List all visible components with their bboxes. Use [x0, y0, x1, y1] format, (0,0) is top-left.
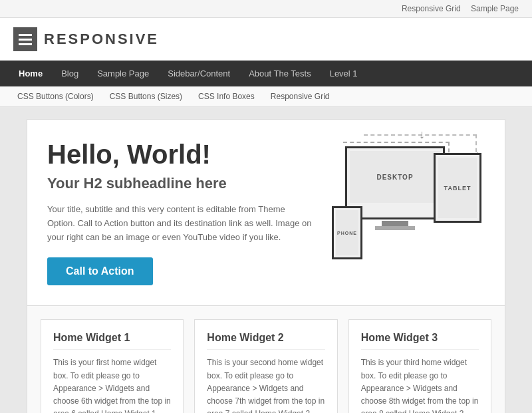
device-illustration: ↓ → DESKTOP TABLET PHONE [325, 140, 485, 259]
phone-screen: PHONE [336, 210, 358, 255]
site-logo: RESPONSIVE [13, 27, 159, 51]
hamburger-line-3 [19, 43, 32, 45]
nav-item-blog[interactable]: Blog [52, 61, 88, 86]
desktop-base [375, 226, 415, 230]
nav-item-sample-page[interactable]: Sample Page [88, 61, 158, 86]
hero-section: Hello, World! Your H2 subheadline here Y… [27, 120, 505, 305]
site-header: RESPONSIVE [0, 18, 532, 61]
tablet-device: TABLET [434, 153, 481, 223]
widget-2-title: Home Widget 2 [207, 332, 325, 350]
hamburger-line-1 [19, 34, 32, 36]
widget-2-body: This is your second home widget box. To … [207, 356, 325, 413]
secondary-nav: CSS Buttons (Colors) CSS Buttons (Sizes)… [0, 86, 532, 107]
subnav-item-css-buttons-sizes[interactable]: CSS Buttons (Sizes) [102, 86, 190, 106]
widget-box-3: Home Widget 3 This is your third home wi… [348, 319, 491, 413]
subnav-item-css-info-boxes[interactable]: CSS Info Boxes [190, 86, 263, 106]
widget-3-body: This is your third home widget box. To e… [361, 356, 479, 413]
top-bar: Responsive Grid Sample Page [0, 0, 532, 18]
widgets-section: Home Widget 1 This is your first home wi… [27, 305, 505, 413]
widget-box-2: Home Widget 2 This is your second home w… [194, 319, 337, 413]
widget-1-title: Home Widget 1 [53, 332, 171, 350]
widget-3-title: Home Widget 3 [361, 332, 479, 350]
primary-nav: Home Blog Sample Page Sidebar/Content Ab… [0, 61, 532, 86]
nav-item-home[interactable]: Home [9, 61, 52, 86]
hero-text: Hello, World! Your H2 subheadline here Y… [47, 140, 312, 285]
hamburger-line-2 [19, 39, 32, 41]
hero-subheadline: Your H2 subheadline here [47, 175, 312, 192]
tablet-screen: TABLET [438, 158, 477, 218]
hero-headline: Hello, World! [47, 140, 312, 170]
subnav-item-css-buttons-colors[interactable]: CSS Buttons (Colors) [9, 86, 102, 106]
desktop-screen: DESKTOP [350, 151, 440, 203]
nav-item-about-tests[interactable]: About The Tests [239, 61, 320, 86]
main-content: Hello, World! Your H2 subheadline here Y… [27, 119, 505, 413]
arrow-down-icon: ↓ [419, 128, 425, 142]
topbar-link-responsive-grid[interactable]: Responsive Grid [402, 4, 461, 13]
cta-button[interactable]: Call to Action [47, 257, 153, 285]
hero-body: Your title, subtitle and this very conte… [47, 203, 312, 244]
subnav-item-responsive-grid[interactable]: Responsive Grid [263, 86, 338, 106]
widget-box-1: Home Widget 1 This is your first home wi… [41, 319, 184, 413]
device-desktop-wrapper: ↓ → DESKTOP TABLET [345, 140, 471, 226]
phone-device: PHONE [332, 206, 362, 259]
site-title: RESPONSIVE [44, 31, 159, 48]
logo-icon [13, 27, 37, 51]
nav-item-level1[interactable]: Level 1 [321, 61, 367, 86]
nav-item-sidebar-content[interactable]: Sidebar/Content [158, 61, 239, 86]
topbar-link-sample-page[interactable]: Sample Page [471, 4, 519, 13]
widget-1-body: This is your first home widget box. To e… [53, 356, 171, 413]
